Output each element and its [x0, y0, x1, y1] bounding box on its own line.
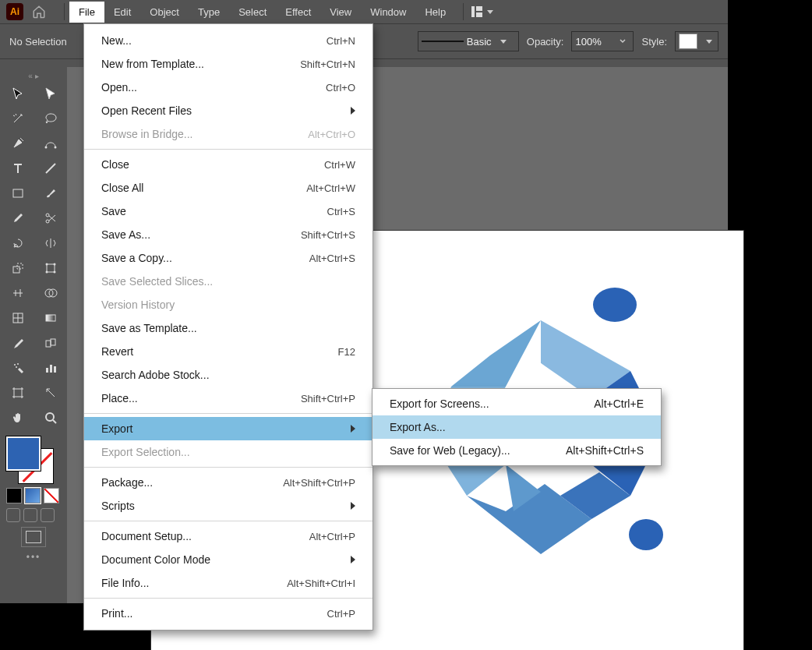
submenu-item-export-as[interactable]: Export As... [372, 415, 661, 439]
width-tool[interactable] [3, 282, 33, 304]
panel-resize-grip[interactable]: ••• [6, 552, 61, 563]
menu-item-package[interactable]: Package...Alt+Shift+Ctrl+P [84, 471, 372, 494]
menu-item-save-as-template[interactable]: Save as Template... [84, 316, 372, 340]
svg-rect-21 [46, 368, 48, 373]
menu-item-label: Place... [101, 392, 138, 404]
submenu-item-save-for-web-legacy[interactable]: Save for Web (Legacy)...Alt+Shift+Ctrl+S [372, 439, 661, 462]
type-tool[interactable] [3, 157, 33, 179]
magic-wand-tool[interactable] [3, 108, 33, 129]
menu-item-document-color-mode[interactable]: Document Color Mode [84, 548, 372, 571]
free-transform-tool[interactable] [36, 257, 65, 279]
arrange-documents-button[interactable] [471, 5, 493, 19]
reflect-tool[interactable] [36, 232, 65, 254]
fill-stroke-selector[interactable] [6, 436, 53, 483]
menu-item-document-setup[interactable]: Document Setup...Alt+Ctrl+P [84, 525, 372, 548]
draw-mode-normal[interactable] [6, 508, 20, 522]
menu-select[interactable]: Select [229, 2, 276, 23]
curvature-tool[interactable] [36, 132, 65, 154]
menu-label: Type [198, 6, 220, 18]
menu-label: Help [425, 6, 446, 18]
menu-item-shortcut: Alt+Ctrl+S [309, 253, 355, 264]
eyedropper-tool[interactable] [3, 332, 33, 354]
menu-object[interactable]: Object [140, 2, 189, 23]
home-icon[interactable] [30, 2, 48, 21]
lasso-tool[interactable] [36, 108, 65, 129]
direct-selection-tool[interactable] [36, 83, 65, 104]
menu-item-save-a-copy[interactable]: Save a Copy...Alt+Ctrl+S [84, 246, 372, 270]
menu-item-shortcut: Alt+Ctrl+P [309, 531, 355, 542]
menu-item-revert[interactable]: RevertF12 [84, 340, 372, 363]
selection-tool[interactable] [3, 83, 33, 104]
gradient-tool[interactable] [36, 307, 65, 329]
menu-item-new-from-template[interactable]: New from Template...Shift+Ctrl+N [84, 52, 372, 76]
screen-mode-button[interactable] [21, 527, 46, 547]
paintbrush-tool[interactable] [36, 182, 65, 204]
menu-separator [84, 521, 372, 521]
color-mode-none[interactable] [44, 488, 59, 503]
color-mode-solid[interactable] [6, 488, 22, 503]
menu-item-shortcut: Ctrl+N [327, 35, 355, 47]
opacity-value: 100% [575, 36, 613, 48]
menubar: Ai File Edit Object Type Select Effect V… [0, 0, 728, 24]
menu-item-search-adobe-stock[interactable]: Search Adobe Stock... [84, 363, 372, 387]
scissors-tool[interactable] [36, 207, 65, 229]
graphic-style-combo[interactable] [675, 31, 718, 51]
rectangle-tool[interactable] [3, 182, 33, 204]
column-graph-tool[interactable] [36, 357, 65, 379]
fill-swatch[interactable] [6, 436, 41, 471]
menu-item-place[interactable]: Place...Shift+Ctrl+P [84, 387, 372, 410]
shape-builder-tool[interactable] [36, 282, 65, 304]
menu-item-save-as[interactable]: Save As...Shift+Ctrl+S [84, 223, 372, 246]
artboard-tool[interactable] [3, 382, 33, 404]
menu-edit[interactable]: Edit [104, 2, 140, 23]
rotate-tool[interactable] [3, 232, 33, 254]
menu-file[interactable]: File [69, 2, 104, 23]
menu-label: Select [238, 6, 267, 18]
menu-item-open[interactable]: Open...Ctrl+O [84, 76, 372, 99]
draw-mode-inside[interactable] [41, 508, 55, 522]
menu-item-file-info[interactable]: File Info...Alt+Shift+Ctrl+I [84, 571, 372, 595]
menubar-items: File Edit Object Type Select Effect View… [69, 2, 455, 23]
menu-item-print[interactable]: Print...Ctrl+P [84, 602, 372, 625]
menu-item-label: Save as Template... [101, 322, 197, 334]
submenu-item-export-for-screens[interactable]: Export for Screens...Alt+Ctrl+E [372, 392, 661, 415]
menu-item-close[interactable]: CloseCtrl+W [84, 153, 372, 176]
menu-item-close-all[interactable]: Close AllAlt+Ctrl+W [84, 176, 372, 200]
menu-item-open-recent-files[interactable]: Open Recent Files [84, 99, 372, 122]
style-swatch [679, 34, 697, 49]
panel-handle[interactable]: « ▸ [0, 72, 67, 79]
pen-tool[interactable] [3, 132, 33, 154]
menu-item-save[interactable]: SaveCtrl+S [84, 200, 372, 223]
menu-help[interactable]: Help [415, 2, 455, 23]
menu-window[interactable]: Window [361, 2, 415, 23]
menu-effect[interactable]: Effect [276, 2, 320, 23]
menu-item-shortcut: Alt+Shift+Ctrl+P [283, 477, 355, 489]
menu-type[interactable]: Type [189, 2, 229, 23]
menu-item-scripts[interactable]: Scripts [84, 494, 372, 518]
menu-item-export[interactable]: Export [84, 417, 372, 440]
menu-item-label: Save [101, 205, 126, 217]
pencil-tool[interactable] [3, 207, 33, 229]
symbol-sprayer-tool[interactable] [3, 357, 33, 379]
draw-mode-behind[interactable] [23, 508, 37, 522]
color-controls: ••• [0, 432, 67, 567]
zoom-tool[interactable] [36, 407, 65, 429]
menu-view[interactable]: View [320, 2, 361, 23]
submenu-item-label: Save for Web (Legacy)... [390, 444, 510, 457]
line-tool[interactable] [36, 157, 65, 179]
opacity-field[interactable]: 100% [571, 31, 634, 51]
blend-tool[interactable] [36, 332, 65, 354]
stroke-profile-combo[interactable]: Basic [418, 31, 519, 51]
menu-item-label: Save Selected Slices... [101, 275, 213, 288]
menu-item-new[interactable]: New...Ctrl+N [84, 29, 372, 52]
svg-rect-7 [47, 264, 55, 272]
mesh-tool[interactable] [3, 307, 33, 329]
menu-item-save-selected-slices: Save Selected Slices... [84, 270, 372, 293]
menu-item-label: Document Color Mode [101, 553, 210, 566]
scale-tool[interactable] [3, 257, 33, 279]
stroke-line-icon [422, 41, 464, 42]
svg-point-20 [16, 366, 17, 368]
color-mode-gradient[interactable] [25, 488, 41, 503]
hand-tool[interactable] [3, 407, 33, 429]
slice-tool[interactable] [36, 382, 65, 404]
